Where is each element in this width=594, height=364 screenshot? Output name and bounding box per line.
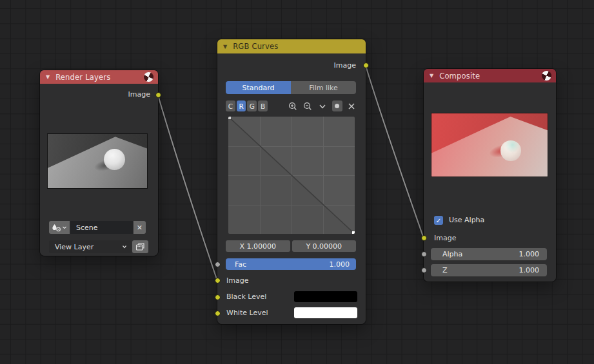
use-alpha-checkbox[interactable]: ✓ xyxy=(434,216,443,225)
zoom-in-icon[interactable] xyxy=(288,102,297,111)
scene-browse-button[interactable] xyxy=(49,221,70,234)
tab-standard[interactable]: Standard xyxy=(226,81,291,94)
alpha-slider[interactable]: Alpha 1.000 xyxy=(431,248,547,260)
z-slider[interactable]: Z 1.000 xyxy=(431,264,547,276)
collapse-arrow-icon[interactable]: ▼ xyxy=(223,43,227,49)
input-socket-alpha[interactable] xyxy=(421,251,427,257)
render-layers-header[interactable]: ▼ Render Layers xyxy=(40,70,158,84)
output-socket-image[interactable] xyxy=(363,62,369,68)
use-alpha-label: Use Alpha xyxy=(449,215,484,225)
point-x-field[interactable]: X 1.00000 xyxy=(226,240,290,252)
view-layer-row: View Layer xyxy=(49,240,148,253)
input-socket-image[interactable] xyxy=(421,235,427,241)
view-layer-icon xyxy=(135,242,145,251)
clipping-options-button[interactable] xyxy=(332,101,343,111)
input-label-image: Image xyxy=(434,233,456,244)
curve-point-0-1[interactable] xyxy=(228,117,231,119)
channel-button-b[interactable]: B xyxy=(258,101,268,111)
node-rgb-curves[interactable]: ▼ RGB Curves Image Standard Film like C … xyxy=(217,39,366,324)
output-label-image: Image xyxy=(128,90,150,100)
tools-chevron-down-icon[interactable] xyxy=(318,102,327,111)
curve-line xyxy=(228,117,355,234)
node-title: Composite xyxy=(439,72,480,81)
z-value: 1.000 xyxy=(519,266,540,274)
curve-point-1-0-selected[interactable] xyxy=(352,231,355,234)
input-socket-z[interactable] xyxy=(421,267,427,273)
chevron-down-icon xyxy=(62,225,67,230)
output-label-image: Image xyxy=(334,61,356,71)
render-preview-image xyxy=(47,133,148,189)
input-label-black-level: Black Level xyxy=(226,292,266,302)
node-title: RGB Curves xyxy=(233,42,278,51)
collapse-arrow-icon[interactable]: ▼ xyxy=(46,74,50,80)
scene-name-field[interactable]: Scene xyxy=(70,221,133,234)
composite-header[interactable]: ▼ Composite xyxy=(424,69,556,82)
point-y-field[interactable]: Y 0.00000 xyxy=(292,240,357,252)
collapse-arrow-icon[interactable]: ▼ xyxy=(430,73,433,79)
input-label-white-level: White Level xyxy=(226,308,268,318)
fac-slider[interactable]: Fac 1.000 xyxy=(226,258,356,270)
node-render-layers[interactable]: ▼ Render Layers Image Scene ✕ xyxy=(40,70,158,256)
input-socket-white-level[interactable] xyxy=(215,311,221,316)
input-socket-black-level[interactable] xyxy=(215,294,221,300)
black-level-swatch[interactable] xyxy=(294,291,357,302)
rgb-curves-header[interactable]: ▼ RGB Curves xyxy=(217,39,366,53)
input-socket-fac[interactable] xyxy=(215,262,221,267)
curve-editor[interactable] xyxy=(228,117,355,234)
input-label-image: Image xyxy=(226,276,248,286)
check-icon: ✓ xyxy=(436,217,441,224)
node-composite[interactable]: ▼ Composite ✓ Use Alpha Image Alpha 1.00… xyxy=(424,69,556,282)
zoom-out-icon[interactable] xyxy=(303,102,312,111)
scene-unlink-button[interactable]: ✕ xyxy=(134,221,146,234)
node-title: Render Layers xyxy=(55,73,110,82)
scene-selector: Scene ✕ xyxy=(49,221,146,234)
delete-points-icon[interactable] xyxy=(347,102,356,111)
scene-icon xyxy=(52,224,61,232)
composite-preview-image xyxy=(431,113,548,177)
channel-button-r[interactable]: R xyxy=(237,101,246,111)
fac-label: Fac xyxy=(235,260,246,269)
alpha-value: 1.000 xyxy=(519,250,540,258)
channel-button-g[interactable]: G xyxy=(247,101,257,111)
input-socket-image[interactable] xyxy=(215,278,221,283)
white-level-swatch[interactable] xyxy=(294,307,357,318)
tone-tabs: Standard Film like xyxy=(226,81,356,94)
view-layer-dropdown[interactable]: View Layer xyxy=(49,240,132,253)
close-icon: ✕ xyxy=(137,224,143,231)
render-result-sphere-icon xyxy=(542,71,551,81)
alpha-label: Alpha xyxy=(442,250,462,258)
output-socket-image[interactable] xyxy=(155,92,161,98)
clipping-dot-icon xyxy=(335,104,339,108)
z-label: Z xyxy=(442,266,448,274)
render-result-sphere-icon xyxy=(144,72,153,82)
tab-film-like[interactable]: Film like xyxy=(291,81,356,94)
channel-button-c[interactable]: C xyxy=(226,101,235,111)
new-view-layer-button[interactable] xyxy=(132,240,148,253)
chevron-down-icon xyxy=(122,244,127,249)
fac-value: 1.000 xyxy=(330,260,350,269)
